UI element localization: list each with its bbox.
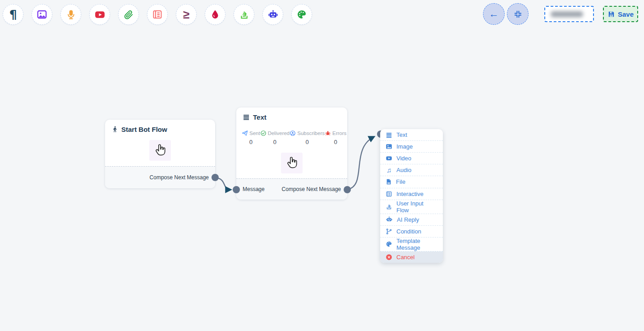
- menu-item-template-message[interactable]: Template Message: [380, 238, 443, 252]
- wire-text-to-menu: [347, 137, 374, 190]
- stat-subscribers-value: 0: [305, 139, 308, 145]
- menu-item-label: AI Reply: [397, 216, 419, 223]
- menu-item-audio[interactable]: ♫ Audio: [380, 164, 443, 176]
- toolbar-template-button[interactable]: [291, 4, 312, 25]
- flow-title-input[interactable]: [544, 6, 594, 22]
- toolbar-user-input-button[interactable]: [234, 4, 254, 25]
- menu-item-ai-reply[interactable]: AI Reply: [380, 214, 443, 226]
- hamburger-icon: [243, 114, 250, 121]
- check-circle-icon: [260, 130, 267, 136]
- menu-item-label: Condition: [396, 228, 421, 235]
- back-button[interactable]: ←: [483, 3, 505, 25]
- menu-item-label: Text: [396, 131, 407, 138]
- robot-icon: [386, 216, 393, 223]
- stack-icon: [386, 203, 392, 210]
- drag-cursor-pad: [149, 140, 171, 161]
- menu-item-cancel[interactable]: Cancel: [380, 252, 443, 263]
- start-node-header: Start Bot Flow: [105, 120, 215, 133]
- text-node[interactable]: Text Sent 0 Delivered 0 Subscribers 0: [236, 107, 347, 200]
- toolbar-drop-button[interactable]: [205, 4, 225, 25]
- walking-person-icon: [111, 126, 118, 133]
- message-port-label[interactable]: Message: [243, 186, 265, 192]
- text-node-header: Text: [236, 107, 347, 121]
- paperclip-icon: [124, 9, 134, 20]
- compose-next-message-port-label[interactable]: Compose Next Message: [282, 186, 341, 192]
- newspaper-icon: [386, 191, 392, 197]
- file-icon: [386, 178, 392, 185]
- stat-delivered-label: Delivered: [268, 131, 290, 136]
- branch-icon: [386, 228, 392, 235]
- image-icon: [386, 143, 392, 150]
- start-node-footer: Compose Next Message: [105, 166, 215, 188]
- menu-item-label: Video: [396, 155, 411, 162]
- stat-errors-value: 0: [334, 139, 337, 145]
- text-node-title: Text: [253, 113, 267, 121]
- hamburger-icon: [386, 132, 392, 138]
- stat-delivered: Delivered 0: [260, 130, 290, 145]
- music-note-icon: ♫: [386, 167, 392, 173]
- stat-sent-value: 0: [249, 139, 253, 145]
- cancel-icon: [386, 254, 392, 261]
- user-circle-icon: [290, 130, 296, 136]
- pilcrow-icon: ¶: [9, 9, 17, 21]
- save-icon: [607, 10, 615, 18]
- robot-icon: [267, 9, 279, 20]
- image-icon: [37, 9, 47, 20]
- menu-item-label: Audio: [396, 167, 411, 173]
- toolbar-text-button[interactable]: ¶: [3, 4, 23, 25]
- menu-item-condition[interactable]: Condition: [380, 226, 443, 238]
- toolbar-video-button[interactable]: [89, 4, 110, 25]
- arrow-left-icon: ←: [489, 9, 499, 19]
- menu-item-video[interactable]: Video: [380, 153, 443, 164]
- start-node-title: Start Bot Flow: [121, 126, 167, 133]
- microphone-icon: [66, 9, 76, 20]
- menu-item-label: File: [396, 178, 405, 185]
- stat-delivered-value: 0: [273, 139, 276, 145]
- toolbar-gte-button[interactable]: ≥: [176, 4, 197, 25]
- menu-item-image[interactable]: Image: [380, 141, 443, 153]
- menu-item-label: Image: [396, 143, 413, 150]
- stat-errors-label: Errors: [332, 131, 346, 136]
- stack-icon: [239, 9, 249, 20]
- bug-icon: [325, 130, 331, 136]
- wire-start-to-text: [215, 177, 230, 190]
- stat-sent-label: Sent: [249, 131, 260, 136]
- youtube-play-icon: [94, 9, 106, 20]
- menu-item-label: Template Message: [396, 238, 437, 251]
- stat-subscribers-label: Subscribers: [297, 131, 325, 136]
- redacted-text: [551, 11, 583, 17]
- menu-item-file[interactable]: File: [380, 176, 443, 188]
- menu-item-text[interactable]: Text: [380, 129, 443, 141]
- greater-equal-icon: ≥: [183, 9, 189, 20]
- toolbar-audio-button[interactable]: [60, 4, 81, 25]
- save-button-label: Save: [618, 10, 634, 18]
- menu-item-label: User Input Flow: [396, 200, 437, 214]
- menu-item-user-input-flow[interactable]: User Input Flow: [380, 200, 443, 214]
- save-button[interactable]: Save: [603, 6, 638, 22]
- video-icon: [386, 155, 392, 162]
- start-bot-flow-node[interactable]: Start Bot Flow Compose Next Message: [105, 120, 215, 188]
- stat-sent: Sent 0: [242, 130, 260, 145]
- toolbar-ai-reply-button[interactable]: [262, 4, 283, 25]
- menu-item-interactive[interactable]: Interactive: [380, 188, 443, 200]
- toolbar-file-button[interactable]: [118, 4, 139, 25]
- compress-view-button[interactable]: [507, 3, 529, 25]
- menu-item-label: Interactive: [396, 191, 423, 197]
- newspaper-icon: [152, 9, 163, 20]
- compress-icon: [514, 10, 522, 19]
- hand-pointer-icon: [284, 155, 299, 171]
- text-node-stats: Sent 0 Delivered 0 Subscribers 0 Errors …: [236, 130, 347, 145]
- hand-pointer-icon: [152, 143, 168, 158]
- drop-icon: [210, 9, 221, 20]
- node-type-menu: Text Image Video ♫ Audio File Interactiv…: [380, 129, 443, 263]
- stat-errors: Errors 0: [325, 130, 346, 145]
- palette-icon: [296, 9, 307, 20]
- palette-icon: [386, 241, 392, 247]
- text-node-footer: Message Compose Next Message: [236, 178, 347, 200]
- toolbar: ¶ ≥: [3, 4, 312, 25]
- compose-next-message-port-label[interactable]: Compose Next Message: [150, 174, 209, 181]
- toolbar-image-button[interactable]: [32, 4, 52, 25]
- toolbar-interactive-button[interactable]: [147, 4, 168, 25]
- drag-cursor-pad: [281, 153, 303, 173]
- paper-plane-icon: [242, 130, 248, 136]
